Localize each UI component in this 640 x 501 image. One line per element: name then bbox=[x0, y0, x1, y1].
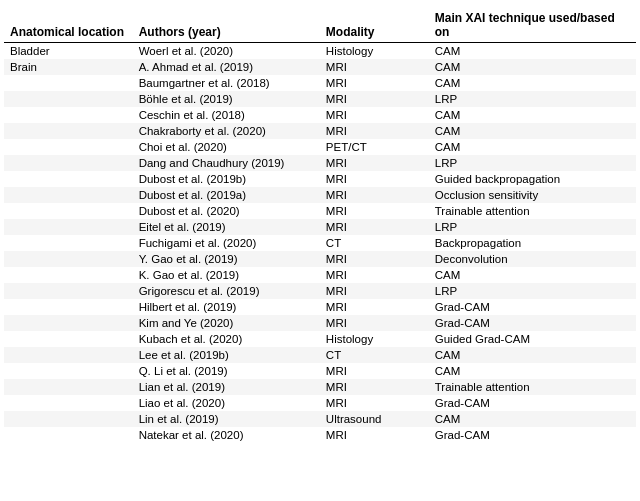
cell-modality: MRI bbox=[320, 395, 429, 411]
cell-authors: Grigorescu et al. (2019) bbox=[133, 283, 320, 299]
cell-modality: MRI bbox=[320, 155, 429, 171]
table-row: Kubach et al. (2020)HistologyGuided Grad… bbox=[4, 331, 636, 347]
table-container: Anatomical location Authors (year) Modal… bbox=[0, 0, 640, 451]
cell-authors: Hilbert et al. (2019) bbox=[133, 299, 320, 315]
cell-modality: MRI bbox=[320, 251, 429, 267]
table-row: Dang and Chaudhury (2019)MRILRP bbox=[4, 155, 636, 171]
main-table: Anatomical location Authors (year) Modal… bbox=[4, 8, 636, 443]
cell-xai: Guided Grad-CAM bbox=[429, 331, 636, 347]
cell-location bbox=[4, 123, 133, 139]
table-row: BladderWoerl et al. (2020)HistologyCAM bbox=[4, 43, 636, 60]
cell-xai: LRP bbox=[429, 155, 636, 171]
cell-location bbox=[4, 91, 133, 107]
table-row: Chakraborty et al. (2020)MRICAM bbox=[4, 123, 636, 139]
table-row: Dubost et al. (2019b)MRIGuided backpropa… bbox=[4, 171, 636, 187]
cell-authors: Q. Li et al. (2019) bbox=[133, 363, 320, 379]
cell-modality: MRI bbox=[320, 171, 429, 187]
cell-modality: CT bbox=[320, 235, 429, 251]
cell-authors: Y. Gao et al. (2019) bbox=[133, 251, 320, 267]
cell-authors: Baumgartner et al. (2018) bbox=[133, 75, 320, 91]
cell-modality: CT bbox=[320, 347, 429, 363]
cell-xai: Trainable attention bbox=[429, 203, 636, 219]
table-row: Choi et al. (2020)PET/CTCAM bbox=[4, 139, 636, 155]
col-header-xai: Main XAI technique used/based on bbox=[429, 8, 636, 43]
cell-location: Brain bbox=[4, 59, 133, 75]
cell-location bbox=[4, 299, 133, 315]
cell-location bbox=[4, 155, 133, 171]
cell-xai: CAM bbox=[429, 347, 636, 363]
header-row: Anatomical location Authors (year) Modal… bbox=[4, 8, 636, 43]
cell-modality: MRI bbox=[320, 203, 429, 219]
cell-modality: MRI bbox=[320, 107, 429, 123]
cell-authors: Liao et al. (2020) bbox=[133, 395, 320, 411]
cell-modality: MRI bbox=[320, 123, 429, 139]
col-header-location: Anatomical location bbox=[4, 8, 133, 43]
cell-modality: MRI bbox=[320, 187, 429, 203]
cell-location bbox=[4, 267, 133, 283]
cell-xai: CAM bbox=[429, 123, 636, 139]
cell-location bbox=[4, 347, 133, 363]
cell-modality: MRI bbox=[320, 363, 429, 379]
table-row: Dubost et al. (2019a)MRIOcclusion sensit… bbox=[4, 187, 636, 203]
cell-modality: MRI bbox=[320, 283, 429, 299]
cell-location bbox=[4, 315, 133, 331]
table-row: K. Gao et al. (2019)MRICAM bbox=[4, 267, 636, 283]
cell-location bbox=[4, 363, 133, 379]
cell-authors: Dubost et al. (2019b) bbox=[133, 171, 320, 187]
cell-xai: CAM bbox=[429, 75, 636, 91]
table-row: Böhle et al. (2019)MRILRP bbox=[4, 91, 636, 107]
cell-xai: Grad-CAM bbox=[429, 395, 636, 411]
cell-xai: CAM bbox=[429, 363, 636, 379]
cell-location bbox=[4, 139, 133, 155]
cell-location bbox=[4, 187, 133, 203]
cell-xai: Grad-CAM bbox=[429, 299, 636, 315]
cell-authors: Lee et al. (2019b) bbox=[133, 347, 320, 363]
cell-modality: MRI bbox=[320, 427, 429, 443]
cell-xai: CAM bbox=[429, 107, 636, 123]
cell-location bbox=[4, 427, 133, 443]
table-row: Dubost et al. (2020)MRITrainable attenti… bbox=[4, 203, 636, 219]
cell-location bbox=[4, 171, 133, 187]
cell-modality: MRI bbox=[320, 75, 429, 91]
cell-xai: CAM bbox=[429, 267, 636, 283]
cell-xai: Grad-CAM bbox=[429, 427, 636, 443]
table-row: Lin et al. (2019)UltrasoundCAM bbox=[4, 411, 636, 427]
cell-location bbox=[4, 411, 133, 427]
col-header-authors: Authors (year) bbox=[133, 8, 320, 43]
cell-xai: Backpropagation bbox=[429, 235, 636, 251]
cell-xai: LRP bbox=[429, 219, 636, 235]
table-row: Ceschin et al. (2018)MRICAM bbox=[4, 107, 636, 123]
cell-xai: Grad-CAM bbox=[429, 315, 636, 331]
cell-modality: Ultrasound bbox=[320, 411, 429, 427]
cell-xai: Guided backpropagation bbox=[429, 171, 636, 187]
table-row: Q. Li et al. (2019)MRICAM bbox=[4, 363, 636, 379]
cell-modality: MRI bbox=[320, 59, 429, 75]
cell-authors: K. Gao et al. (2019) bbox=[133, 267, 320, 283]
table-row: Liao et al. (2020)MRIGrad-CAM bbox=[4, 395, 636, 411]
cell-location bbox=[4, 203, 133, 219]
cell-xai: CAM bbox=[429, 43, 636, 60]
table-row: Y. Gao et al. (2019)MRIDeconvolution bbox=[4, 251, 636, 267]
cell-authors: Dubost et al. (2020) bbox=[133, 203, 320, 219]
cell-authors: Böhle et al. (2019) bbox=[133, 91, 320, 107]
cell-authors: Kubach et al. (2020) bbox=[133, 331, 320, 347]
col-header-modality: Modality bbox=[320, 8, 429, 43]
cell-authors: Chakraborty et al. (2020) bbox=[133, 123, 320, 139]
cell-authors: Fuchigami et al. (2020) bbox=[133, 235, 320, 251]
cell-xai: LRP bbox=[429, 283, 636, 299]
table-row: Lian et al. (2019)MRITrainable attention bbox=[4, 379, 636, 395]
cell-modality: Histology bbox=[320, 43, 429, 60]
cell-location bbox=[4, 75, 133, 91]
cell-modality: MRI bbox=[320, 267, 429, 283]
cell-modality: MRI bbox=[320, 379, 429, 395]
cell-location bbox=[4, 331, 133, 347]
cell-modality: MRI bbox=[320, 219, 429, 235]
cell-xai: CAM bbox=[429, 59, 636, 75]
cell-modality: PET/CT bbox=[320, 139, 429, 155]
cell-location bbox=[4, 283, 133, 299]
cell-xai: CAM bbox=[429, 139, 636, 155]
table-row: Natekar et al. (2020)MRIGrad-CAM bbox=[4, 427, 636, 443]
cell-authors: Dang and Chaudhury (2019) bbox=[133, 155, 320, 171]
cell-xai: CAM bbox=[429, 411, 636, 427]
cell-location bbox=[4, 235, 133, 251]
